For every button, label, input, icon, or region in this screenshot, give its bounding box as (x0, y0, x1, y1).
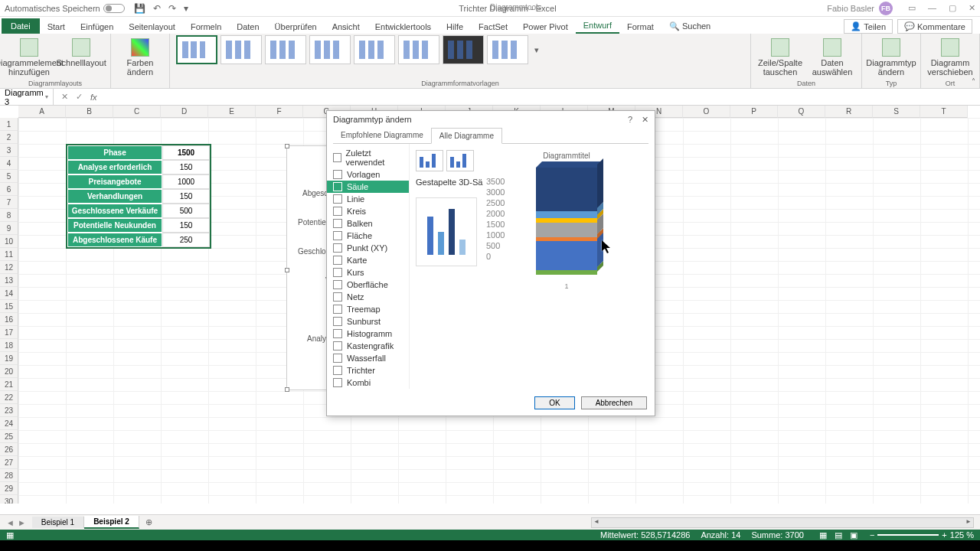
tab-help[interactable]: Hilfe (439, 20, 471, 34)
column-header[interactable]: F (256, 106, 303, 118)
tab-recommended-charts[interactable]: Empfohlene Diagramme (333, 128, 431, 143)
style-thumb[interactable] (309, 35, 351, 64)
zoom-slider[interactable] (877, 534, 939, 536)
cell[interactable]: 1500 (162, 145, 210, 160)
tab-review[interactable]: Überprüfen (267, 20, 325, 34)
resize-handle[interactable] (285, 387, 289, 392)
row-header[interactable]: 28 (0, 469, 18, 482)
collapse-ribbon-icon[interactable]: ˄ (972, 77, 975, 86)
add-sheet-icon[interactable]: ⊕ (139, 517, 158, 527)
tab-powerpivot[interactable]: Power Pivot (515, 20, 576, 34)
sheet-tab[interactable]: Beispiel 2 (84, 516, 139, 529)
tab-all-charts[interactable]: Alle Diagramme (431, 128, 502, 144)
tab-factset[interactable]: FactSet (471, 20, 515, 34)
tab-insert[interactable]: Einfügen (73, 20, 121, 34)
resize-handle[interactable] (285, 144, 289, 148)
large-preview[interactable]: Diagrammtitel 35003000250020001500100050… (486, 152, 647, 305)
row-header[interactable]: 18 (0, 339, 18, 352)
column-header[interactable]: R (825, 106, 873, 118)
chart-type-item[interactable]: Sunburst (327, 315, 409, 328)
cell[interactable]: Geschlossene Verkäufe (67, 204, 162, 218)
tab-file[interactable]: Datei (2, 18, 40, 34)
chart-type-item[interactable]: Fläche (327, 230, 409, 242)
column-header[interactable]: E (208, 106, 256, 118)
data-table[interactable]: Phase1500Analyse erforderlich150Preisang… (66, 144, 211, 249)
chart-type-list[interactable]: Zuletzt verwendetVorlagenSäuleLinieKreis… (327, 144, 410, 389)
chart-type-item[interactable]: Netz (327, 291, 409, 303)
row-header[interactable]: 17 (0, 326, 18, 339)
column-header[interactable]: T (920, 106, 968, 118)
toggle-switch[interactable] (103, 4, 125, 13)
row-header[interactable]: 7 (0, 196, 18, 209)
column-header[interactable]: P (730, 106, 778, 118)
sheet-nav[interactable]: ◄► (0, 518, 32, 527)
save-icon[interactable]: 💾 (134, 3, 145, 14)
column-header[interactable]: Q (778, 106, 825, 118)
chart-styles-gallery[interactable]: ▾ (176, 35, 542, 64)
quick-layout-button[interactable]: Schnelllayout (58, 35, 104, 67)
subtype-thumb[interactable] (416, 150, 443, 171)
maximize-icon[interactable]: ▢ (949, 3, 956, 13)
chart-type-item[interactable]: Treemap (327, 303, 409, 315)
add-chart-element-button[interactable]: Diagrammelement hinzufügen (6, 35, 52, 77)
row-header[interactable]: 9 (0, 222, 18, 235)
chart-type-item[interactable]: Zuletzt verwendet (327, 147, 409, 168)
cell[interactable]: 250 (162, 233, 210, 247)
row-header[interactable]: 16 (0, 313, 18, 326)
style-thumb[interactable] (354, 35, 395, 64)
row-header[interactable]: 6 (0, 183, 18, 196)
dialog-titlebar[interactable]: Diagrammtyp ändern ? ✕ (327, 111, 655, 128)
chart-type-item[interactable]: Punkt (XY) (327, 242, 409, 254)
cell[interactable]: 150 (162, 218, 210, 233)
tab-formulas[interactable]: Formeln (183, 20, 229, 34)
row-header[interactable]: 29 (0, 482, 18, 495)
tab-developer[interactable]: Entwicklertools (368, 20, 439, 34)
confirm-formula-icon[interactable]: ✓ (76, 92, 83, 102)
chart-type-item[interactable]: Kastengrafik (327, 340, 409, 352)
tab-view[interactable]: Ansicht (325, 20, 368, 34)
row-header[interactable]: 19 (0, 352, 18, 365)
chart-type-item[interactable]: Linie (327, 193, 409, 205)
chart-type-item[interactable]: Säule (327, 181, 409, 193)
resize-handle[interactable] (285, 268, 289, 272)
cell[interactable]: 1000 (162, 174, 210, 189)
row-header[interactable]: 8 (0, 209, 18, 222)
styles-more-icon[interactable]: ▾ (531, 45, 542, 55)
row-headers[interactable]: 1234567891011121314151617181920212223242… (0, 118, 18, 504)
share-button[interactable]: 👤 Teilen (844, 19, 893, 34)
cell[interactable]: Phase (67, 145, 162, 160)
style-thumb[interactable] (265, 35, 306, 64)
row-header[interactable]: 3 (0, 144, 18, 157)
row-header[interactable]: 5 (0, 170, 18, 183)
row-header[interactable]: 27 (0, 456, 18, 469)
comments-button[interactable]: 💬 Kommentare (897, 19, 972, 34)
user-menu[interactable]: Fabio Basler FB (827, 2, 893, 15)
column-header[interactable]: S (873, 106, 920, 118)
cell[interactable]: 150 (162, 160, 210, 174)
row-header[interactable]: 2 (0, 131, 18, 144)
tab-data[interactable]: Daten (229, 20, 266, 34)
row-header[interactable]: 24 (0, 417, 18, 430)
row-header[interactable]: 13 (0, 274, 18, 287)
cell[interactable]: Analyse erforderlich (67, 160, 162, 174)
style-thumb[interactable] (220, 35, 262, 64)
row-header[interactable]: 20 (0, 365, 18, 378)
column-header[interactable]: D (161, 106, 208, 118)
sheet-tab[interactable]: Beispiel 1 (32, 517, 84, 528)
column-header[interactable]: O (683, 106, 730, 118)
cell[interactable]: Verhandlungen (67, 189, 162, 204)
redo-icon[interactable]: ↷ (168, 3, 176, 14)
dialog-close-icon[interactable]: ✕ (642, 115, 648, 125)
chart-type-item[interactable]: Kombi (327, 377, 409, 389)
row-header[interactable]: 21 (0, 378, 18, 391)
tab-start[interactable]: Start (40, 20, 73, 34)
row-header[interactable]: 15 (0, 300, 18, 313)
cancel-button[interactable]: Abbrechen (581, 396, 647, 409)
chart-type-item[interactable]: Karte (327, 254, 409, 266)
switch-rowcol-button[interactable]: Zeile/Spalte tauschen (757, 35, 803, 77)
tab-pagelayout[interactable]: Seitenlayout (121, 20, 183, 34)
chevron-down-icon[interactable]: ▾ (45, 93, 48, 100)
view-buttons[interactable]: ▦▤▣ (816, 530, 861, 540)
row-header[interactable]: 22 (0, 391, 18, 404)
ribbon-options-icon[interactable]: ▭ (908, 3, 916, 13)
